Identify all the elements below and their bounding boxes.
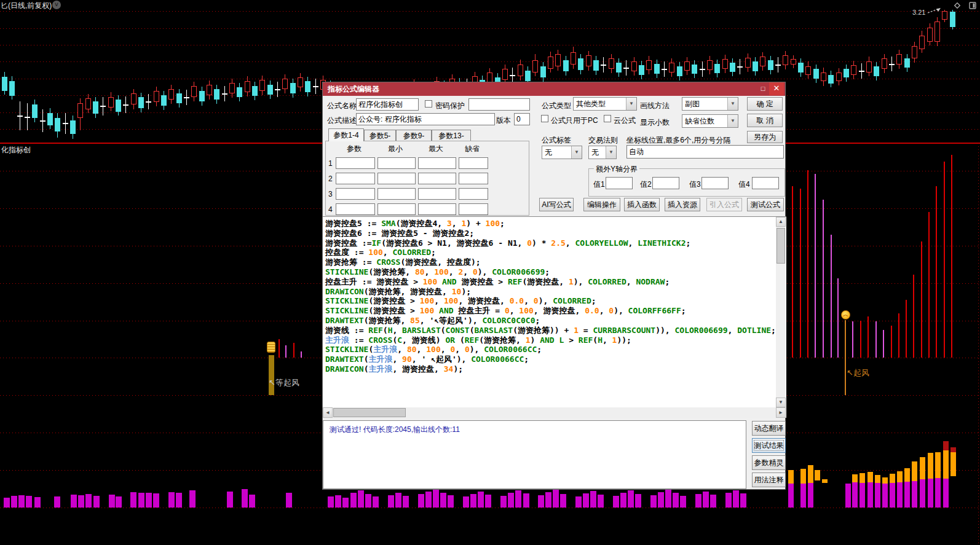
save-as-button[interactable]: 另存为 (747, 131, 783, 143)
down-candle (692, 65, 697, 74)
down-candle (813, 69, 819, 79)
param-input[interactable] (336, 173, 375, 184)
panel-layout-icon[interactable] (969, 2, 976, 9)
scroll-down-icon[interactable]: ▼ (776, 398, 786, 407)
code-line[interactable]: DRAWTEXT(游资抢筹, 85, '↖等起风'), COLORC0C0C0; (325, 316, 774, 326)
password-checkbox[interactable] (425, 100, 432, 108)
param-input[interactable] (459, 157, 488, 169)
extra-y1-input[interactable] (606, 177, 633, 189)
chevron-down-icon[interactable]: ▼ (727, 98, 738, 110)
formula-desc-input[interactable] (356, 113, 495, 125)
code-line[interactable]: DRAWTEXT(主升浪, 90, ' ↖起风'), COLOR0066CC; (325, 355, 774, 364)
chevron-down-circle-icon[interactable]: ˅ (52, 1, 61, 9)
code-line[interactable]: STICKLINE(游资控盘 > 100 AND 控盘主升 = 0, 100, … (325, 306, 774, 316)
code-line[interactable]: 游资控盘5 := SMA(游资控盘4, 3, 1) + 100; (325, 219, 774, 229)
doji-candle (184, 97, 189, 98)
code-line[interactable]: DRAWICON(主升浪, 游资控盘, 34); (325, 364, 774, 374)
draw-method-select[interactable]: 副图 ▼ (682, 97, 738, 111)
decimals-select[interactable]: 缺省位数 ▼ (682, 114, 738, 128)
horizontal-scroll-thumb[interactable] (333, 408, 406, 417)
chevron-down-icon[interactable]: ▼ (626, 98, 636, 110)
password-input[interactable] (468, 98, 530, 111)
test-result-button[interactable]: 测试结果 (752, 438, 786, 453)
trade-rule-select[interactable]: 无 ▼ (588, 146, 617, 159)
tab-params-1-4[interactable]: 参数1-4 (328, 128, 364, 141)
param-input[interactable] (377, 188, 416, 200)
volume-bar (350, 493, 357, 508)
param-input[interactable] (418, 157, 456, 169)
param-input[interactable] (459, 173, 488, 184)
doji-candle (25, 117, 30, 118)
cancel-button[interactable]: 取 消 (747, 114, 783, 127)
param-input[interactable] (336, 188, 375, 200)
param-input[interactable] (418, 188, 456, 200)
scroll-left-icon[interactable]: ◄ (323, 407, 333, 418)
param-input[interactable] (377, 157, 416, 169)
code-line[interactable]: 游资抢筹 := CROSS(游资控盘, 控盘度); (325, 257, 774, 267)
extra-y3-input[interactable] (701, 177, 729, 189)
doji-candle (737, 66, 743, 68)
param-input[interactable] (336, 203, 375, 215)
test-formula-button[interactable]: 测试公式 (747, 198, 784, 211)
left-signal-text: ↖等起风 (269, 377, 299, 388)
code-line[interactable]: 游资控盘 :=IF(游资控盘6 > N1, 游资控盘6 - N1, 0) * 2… (325, 238, 774, 248)
code-line[interactable]: 游资控盘6 := 游资控盘5 - 游资控盘2; (325, 229, 774, 238)
ok-button[interactable]: 确 定 (747, 97, 783, 111)
chevron-down-icon[interactable]: ▼ (606, 146, 616, 159)
scroll-right-icon[interactable]: ► (776, 407, 786, 418)
param-input[interactable] (418, 173, 456, 184)
code-line[interactable]: 主升浪 := CROSS(C, 游资线) OR (REF(游资抢筹, 1) AN… (325, 335, 774, 345)
param-input[interactable] (459, 203, 488, 215)
param-input[interactable] (418, 203, 456, 215)
code-line[interactable]: STICKLINE(游资抢筹, 80, 100, 2, 0), COLOR006… (325, 267, 774, 277)
chevron-down-icon[interactable]: ▼ (727, 115, 738, 127)
diamond-icon[interactable] (954, 2, 961, 9)
formula-type-select[interactable]: 其他类型 ▼ (573, 97, 637, 111)
param-input[interactable] (459, 188, 488, 200)
chevron-down-icon[interactable]: ▼ (571, 146, 582, 159)
up-candle (191, 86, 197, 97)
cloud-formula-checkbox[interactable] (604, 115, 611, 122)
vertical-scrollbar[interactable]: ▲ ▼ (776, 217, 786, 407)
dynamic-translate-button[interactable]: 动态翻译 (752, 421, 786, 436)
param-wizard-button[interactable]: 参数精灵 (752, 455, 786, 470)
code-line[interactable]: STICKLINE(主升浪, 80, 100, 0, 0), COLOR0066… (325, 345, 774, 355)
tab-params-5-8[interactable]: 参数5-8 (364, 130, 396, 141)
up-candle (805, 66, 811, 75)
param-input[interactable] (377, 173, 416, 184)
extra-y2-input[interactable] (652, 177, 679, 189)
scroll-up-icon[interactable]: ▲ (776, 217, 786, 227)
down-candle (93, 101, 98, 114)
code-line[interactable]: 控盘度 := 100, COLORRED; (325, 248, 774, 257)
maximize-icon[interactable]: □ (758, 84, 768, 93)
volume-bar (665, 489, 671, 508)
pc-only-checkbox[interactable] (541, 115, 548, 122)
tab-params-9-12[interactable]: 参数9-12 (396, 130, 432, 141)
code-line[interactable]: 游资线 := REF(H, BARSLAST(CONST(BARSLAST(游资… (325, 326, 774, 335)
version-input[interactable] (514, 113, 530, 125)
tab-params-13-16[interactable]: 参数13-16 (432, 130, 471, 141)
code-line[interactable]: DRAWICON(游资抢筹, 游资控盘, 10); (325, 287, 774, 297)
formula-code-editor[interactable]: 游资控盘5 := SMA(游资控盘4, 3, 1) + 100;游资控盘6 :=… (323, 216, 786, 418)
code-line[interactable]: STICKLINE(游资控盘 > 100, 100, 游资控盘, 0.0, 0)… (325, 296, 774, 306)
extra-y4-input[interactable] (752, 177, 779, 189)
close-icon[interactable]: ✕ (769, 82, 784, 95)
decimals-label: 显示小数 (640, 117, 670, 128)
ai-write-formula-button[interactable]: AI写公式 (539, 198, 574, 211)
axis-position-input[interactable] (626, 145, 784, 159)
doji-candle (146, 101, 151, 103)
param-table-headers: 参数 最小 最大 缺省 (334, 144, 529, 154)
param-input[interactable] (377, 203, 416, 215)
formula-tag-select[interactable]: 无 ▼ (542, 146, 582, 159)
dialog-titlebar[interactable]: 指标公式编辑器 □ ✕ (323, 82, 785, 96)
insert-function-button[interactable]: 插入函数 (624, 198, 660, 211)
edit-operations-button[interactable]: 编辑操作 (583, 198, 620, 211)
vertical-scroll-thumb[interactable] (776, 228, 785, 264)
import-formula-button[interactable]: 引入公式 (706, 198, 742, 211)
formula-name-input[interactable] (356, 98, 419, 111)
code-line[interactable]: 控盘主升 := 游资控盘 > 100 AND 游资控盘 > REF(游资控盘, … (325, 277, 774, 287)
horizontal-scrollbar[interactable]: ◄ ► (323, 407, 786, 418)
insert-resource-button[interactable]: 插入资源 (665, 198, 700, 211)
param-input[interactable] (336, 157, 375, 169)
usage-notes-button[interactable]: 用法注释 (752, 472, 786, 487)
